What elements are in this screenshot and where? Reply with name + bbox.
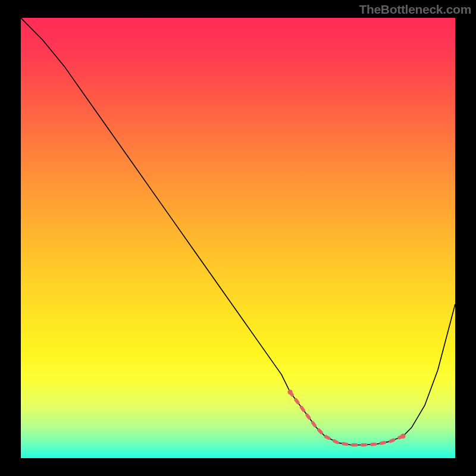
chart-background-gradient [21,18,455,458]
watermark-text: TheBottleneck.com [359,2,471,17]
chart-plot-area [21,18,455,458]
